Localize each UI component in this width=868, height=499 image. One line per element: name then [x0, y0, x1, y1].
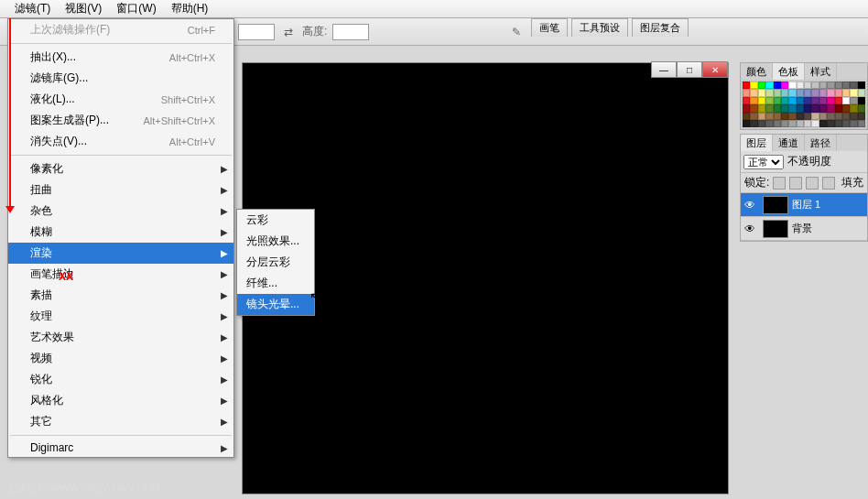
submenu-lighting[interactable]: 光照效果...	[237, 231, 314, 252]
tab-layers[interactable]: 图层	[741, 135, 773, 151]
swatch[interactable]	[819, 81, 827, 89]
tab-paths[interactable]: 路径	[805, 135, 837, 151]
swatch[interactable]	[804, 81, 811, 89]
swatch[interactable]	[765, 89, 773, 96]
menu-blur[interactable]: 模糊▶	[8, 222, 233, 243]
swatch[interactable]	[804, 104, 811, 112]
swatch[interactable]	[850, 120, 857, 127]
visibility-icon[interactable]: 👁	[741, 222, 759, 235]
menu-artistic[interactable]: 艺术效果▶	[8, 327, 233, 348]
lock-image-icon[interactable]	[789, 177, 802, 190]
swatch[interactable]	[743, 120, 750, 127]
minimize-button[interactable]: —	[651, 61, 677, 78]
menu-pattern-maker[interactable]: 图案生成器(P)...Alt+Shift+Ctrl+X	[8, 110, 233, 131]
menu-vanishing-point[interactable]: 消失点(V)...Alt+Ctrl+V	[8, 131, 233, 152]
swatch[interactable]	[781, 104, 788, 112]
swatch[interactable]	[758, 81, 765, 89]
swatch[interactable]	[835, 89, 842, 96]
submenu-diff-clouds[interactable]: 分层云彩	[237, 252, 314, 273]
swatch[interactable]	[819, 113, 827, 120]
tab-channels[interactable]: 通道	[773, 135, 805, 151]
swatch[interactable]	[797, 113, 804, 120]
swatch[interactable]	[788, 113, 796, 120]
swatch[interactable]	[743, 89, 750, 96]
swatch[interactable]	[858, 97, 865, 104]
menu-view[interactable]: 视图(V)	[58, 0, 109, 18]
swatch[interactable]	[850, 97, 857, 104]
submenu-fibers[interactable]: 纤维...	[237, 273, 314, 294]
swatch[interactable]	[781, 81, 788, 89]
swatch[interactable]	[797, 104, 804, 112]
swatch[interactable]	[835, 104, 842, 112]
swatch[interactable]	[811, 120, 819, 127]
swatch[interactable]	[765, 81, 773, 89]
swatch[interactable]	[827, 89, 834, 96]
swatch[interactable]	[842, 113, 850, 120]
menu-filter[interactable]: 滤镜(T)	[7, 0, 58, 18]
swatch[interactable]	[827, 104, 834, 112]
brush-icon[interactable]: ✎	[508, 24, 525, 40]
swatch[interactable]	[811, 89, 819, 96]
close-button[interactable]: ✕	[702, 61, 728, 78]
lock-all-icon[interactable]	[822, 177, 835, 190]
swatch[interactable]	[788, 97, 796, 104]
swatch[interactable]	[758, 104, 765, 112]
menu-digimarc[interactable]: Digimarc▶	[8, 439, 233, 457]
swatch[interactable]	[765, 97, 773, 104]
menu-noise[interactable]: 杂色▶	[8, 201, 233, 222]
menu-filter-gallery[interactable]: 滤镜库(G)...	[8, 68, 233, 89]
menu-sketch[interactable]: 素描▶	[8, 285, 233, 306]
swatch[interactable]	[835, 120, 842, 127]
swatch[interactable]	[858, 104, 865, 112]
swatch[interactable]	[750, 120, 757, 127]
swatch[interactable]	[842, 81, 850, 89]
swatch[interactable]	[858, 113, 865, 120]
submenu-lens-flare[interactable]: 镜头光晕...	[237, 294, 314, 315]
swatch[interactable]	[850, 104, 857, 112]
swatch[interactable]	[781, 97, 788, 104]
lock-transparency-icon[interactable]	[773, 177, 786, 190]
swatch[interactable]	[858, 81, 865, 89]
swatch[interactable]	[811, 113, 819, 120]
menu-last-filter[interactable]: 上次滤镜操作(F)Ctrl+F	[8, 19, 233, 40]
swatch[interactable]	[804, 113, 811, 120]
maximize-button[interactable]: □	[677, 61, 702, 78]
swatch[interactable]	[781, 120, 788, 127]
tab-tool-preset[interactable]: 工具预设	[571, 18, 628, 37]
layer-row-background[interactable]: 👁 背景	[741, 217, 867, 241]
swatch[interactable]	[743, 81, 750, 89]
blend-mode-select[interactable]: 正常	[743, 155, 784, 169]
menu-window[interactable]: 窗口(W)	[109, 0, 163, 18]
swatch[interactable]	[835, 81, 842, 89]
menu-sharpen[interactable]: 锐化▶	[8, 369, 233, 390]
layer-row-1[interactable]: 👁 图层 1	[741, 193, 867, 217]
swatch[interactable]	[788, 81, 796, 89]
swatch[interactable]	[743, 97, 750, 104]
swatch[interactable]	[827, 97, 834, 104]
swatch[interactable]	[811, 81, 819, 89]
menu-render[interactable]: 渲染▶	[8, 243, 233, 264]
swatch[interactable]	[788, 89, 796, 96]
swatch[interactable]	[788, 120, 796, 127]
swatch[interactable]	[774, 113, 781, 120]
swatch[interactable]	[827, 120, 834, 127]
swatch[interactable]	[781, 89, 788, 96]
menu-distort[interactable]: 扭曲▶	[8, 179, 233, 201]
swatch[interactable]	[819, 120, 827, 127]
swatch[interactable]	[819, 104, 827, 112]
swatch[interactable]	[842, 89, 850, 96]
swap-icon[interactable]: ⇄	[280, 24, 297, 40]
swatch[interactable]	[765, 120, 773, 127]
lock-position-icon[interactable]	[806, 177, 819, 190]
submenu-clouds[interactable]: 云彩	[237, 210, 314, 231]
menu-video[interactable]: 视频▶	[8, 348, 233, 369]
menu-other[interactable]: 其它▶	[8, 411, 233, 432]
swatch[interactable]	[750, 97, 757, 104]
swatch[interactable]	[819, 97, 827, 104]
swatch[interactable]	[858, 120, 865, 127]
swatch[interactable]	[850, 89, 857, 96]
swatch[interactable]	[797, 120, 804, 127]
swatch[interactable]	[811, 97, 819, 104]
layer-thumbnail[interactable]	[763, 196, 788, 214]
swatch[interactable]	[804, 97, 811, 104]
